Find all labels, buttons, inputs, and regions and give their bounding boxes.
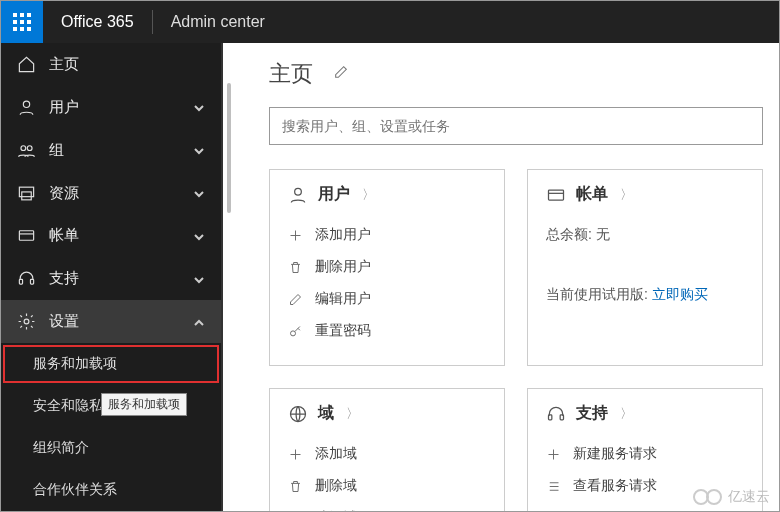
page-title: 主页 [269,59,313,89]
sidebar-item-billing[interactable]: 帐单 [1,214,221,257]
svg-rect-20 [549,190,564,200]
action-label: 编辑用户 [315,290,371,308]
svg-rect-15 [19,280,22,285]
svg-rect-6 [13,27,17,31]
resources-icon [15,184,37,203]
sidebar-item-label: 支持 [49,269,193,288]
action-delete-user[interactable]: 删除用户 [288,251,486,283]
sidebar-item-label: 主页 [49,55,207,74]
card-title: 帐单 [576,184,608,205]
plus-icon [288,228,303,243]
pencil-icon[interactable] [333,64,349,84]
svg-rect-13 [21,191,31,199]
svg-rect-8 [27,27,31,31]
svg-point-17 [24,319,29,324]
app-launcher-button[interactable] [1,1,43,43]
billing-icon [546,185,566,205]
chevron-right-icon: 〉 [620,186,633,204]
sidebar-sub-services-addins[interactable]: 服务和加载项 [1,343,221,385]
sidebar-edge [221,43,235,511]
sidebar-item-users[interactable]: 用户 [1,86,221,129]
watermark-circle-icon [706,489,722,505]
svg-rect-4 [20,20,24,24]
svg-rect-23 [549,414,552,419]
trash-icon [288,260,303,275]
chevron-down-icon [193,272,207,286]
svg-rect-5 [27,20,31,24]
sidebar-item-settings[interactable]: 设置 [1,300,221,343]
sidebar-item-label: 帐单 [49,226,193,245]
chevron-right-icon: 〉 [362,186,375,204]
sidebar-sub-label: 组织简介 [33,439,89,455]
svg-point-11 [27,145,32,150]
action-label: 添加用户 [315,226,371,244]
sidebar-item-label: 用户 [49,98,193,117]
headset-icon [546,404,566,424]
tooltip: 服务和加载项 [101,393,187,416]
sidebar-sub-label: 合作伙伴关系 [33,481,117,497]
chevron-down-icon [193,229,207,243]
card-domain: 域 〉 添加域 删除域 编辑域 [269,388,505,511]
app-title: Admin center [153,13,283,31]
search-input[interactable] [282,118,750,134]
action-label: 删除域 [315,477,357,495]
action-new-service-request[interactable]: 新建服务请求 [546,438,744,470]
sidebar-sub-label: 安全和隐私 [33,397,103,413]
action-label: 重置密码 [315,322,371,340]
action-reset-password[interactable]: 重置密码 [288,315,486,347]
sidebar-item-label: 资源 [49,184,193,203]
user-icon [15,98,37,117]
action-add-user[interactable]: 添加用户 [288,219,486,251]
buy-now-link[interactable]: 立即购买 [652,286,708,302]
card-users-header[interactable]: 用户 〉 [288,184,486,205]
svg-point-10 [20,145,25,150]
sidebar-item-home[interactable]: 主页 [1,43,221,86]
card-billing-header[interactable]: 帐单 〉 [546,184,744,205]
balance-value: 无 [596,226,610,242]
action-label: 编辑域 [315,509,357,511]
svg-rect-7 [20,27,24,31]
chevron-down-icon [193,100,207,114]
sidebar-item-support[interactable]: 支持 [1,257,221,300]
card-users: 用户 〉 添加用户 删除用户 编辑用户 [269,169,505,366]
svg-rect-3 [13,20,17,24]
sidebar-sub-security-privacy[interactable]: 安全和隐私 服务和加载项 [1,385,221,427]
svg-point-9 [23,101,29,107]
sidebar-sub-org-profile[interactable]: 组织简介 [1,427,221,469]
svg-rect-0 [13,13,17,17]
main-content: 主页 用户 〉 添加用户 [235,43,779,511]
globe-icon [288,404,308,424]
action-label: 删除用户 [315,258,371,276]
action-label: 添加域 [315,445,357,463]
user-icon [288,185,308,205]
sidebar-item-resources[interactable]: 资源 [1,172,221,215]
card-domain-header[interactable]: 域 〉 [288,403,486,424]
card-support-header[interactable]: 支持 〉 [546,403,744,424]
sidebar-resize-handle[interactable] [227,83,231,213]
chevron-right-icon: 〉 [620,405,633,423]
trial-line: 当前使用试用版: 立即购买 [546,279,744,311]
balance-label: 总余额: [546,226,592,242]
balance-line: 总余额: 无 [546,219,744,251]
key-icon [288,324,303,339]
trash-icon [288,479,303,494]
gear-icon [15,312,37,331]
pencil-icon [288,292,303,307]
svg-point-18 [295,188,302,195]
search-box[interactable] [269,107,763,145]
brand-label[interactable]: Office 365 [43,13,152,31]
sidebar-item-groups[interactable]: 组 [1,129,221,172]
groups-icon [15,141,37,160]
action-edit-domain[interactable]: 编辑域 [288,502,486,511]
home-icon [15,55,37,74]
svg-rect-14 [19,231,33,241]
watermark-text: 亿速云 [728,488,770,506]
chevron-down-icon [193,186,207,200]
action-add-domain[interactable]: 添加域 [288,438,486,470]
sidebar-sub-partner-relations[interactable]: 合作伙伴关系 [1,469,221,511]
action-edit-user[interactable]: 编辑用户 [288,283,486,315]
headset-icon [15,269,37,288]
chevron-up-icon [193,315,207,329]
chevron-down-icon [193,143,207,157]
action-delete-domain[interactable]: 删除域 [288,470,486,502]
